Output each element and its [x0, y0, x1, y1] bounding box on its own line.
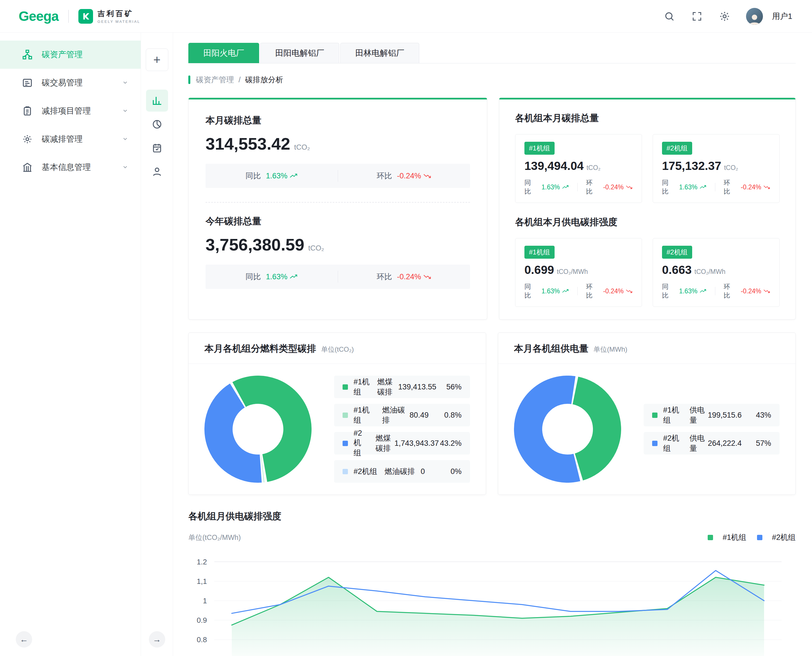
intensity-line-chart: 1.21,110.90.8123456789101112 [188, 544, 796, 656]
unit-summary-card: 各机组本月碳排总量 #1机组 139,494.04 tCO₂ 同比 1.63% [499, 98, 796, 320]
svg-text:1,1: 1,1 [197, 577, 207, 586]
intensity-line-section: 各机组月供电碳排强度 单位(tCO₂/MWh) #1机组 #2机组 [188, 510, 796, 656]
trend-down-icon [764, 185, 770, 189]
svg-text:1: 1 [203, 597, 207, 605]
divider [577, 287, 578, 295]
monthly-total-value: 314,553.42 tCO₂ [206, 134, 470, 153]
unit-intensity-title: 各机组本月供电碳排强度 [515, 216, 779, 229]
trend-down-icon [423, 274, 431, 279]
settings-gear-icon[interactable] [718, 10, 731, 23]
sidebar-item-label: 碳交易管理 [42, 77, 83, 88]
mom-stat: 环比 -0.24% [338, 272, 470, 282]
monthly-stat-strip: 同比 1.63% 环比 -0.24% [206, 164, 470, 188]
donut-row: 本月各机组分燃料类型碳排 单位(tCO₂) #1机组 燃煤碳排 139,413.… [188, 333, 796, 495]
svg-text:0.8: 0.8 [197, 636, 207, 644]
mom-stat: 环比 -0.24% [338, 171, 470, 181]
emission-total-card: 本月碳排总量 314,553.42 tCO₂ 同比 1.63% [188, 98, 487, 320]
legend-color-swatch [342, 384, 348, 390]
chevron-down-icon [122, 107, 128, 116]
sidebar-item-carbon-asset[interactable]: 碳资产管理 [0, 40, 141, 69]
geega-logo: Geega [19, 8, 59, 24]
logo-divider [68, 10, 69, 23]
sidebar-item-label: 减排项目管理 [42, 105, 91, 117]
rail-expand-button[interactable]: → [149, 631, 165, 648]
power-chart-title: 本月各机组供电量 [514, 342, 589, 355]
breadcrumb: 碳资产管理 / 碳排放分析 [188, 75, 796, 85]
username-label: 用户1 [772, 11, 792, 22]
unit2-total-subcard: #2机组 175,132.37 tCO₂ 同比 1.63% 环比 [653, 134, 779, 203]
sidebar-item-basic-info[interactable]: 基本信息管理 [0, 153, 141, 181]
fuel-chart-title: 本月各机组分燃料类型碳排 [205, 342, 316, 355]
trend-down-icon [764, 289, 770, 293]
sidebar-item-label: 碳减排管理 [42, 133, 83, 145]
rail-add-button[interactable]: + [146, 48, 168, 71]
rail-user-icon[interactable] [146, 161, 168, 183]
svg-text:0.9: 0.9 [197, 616, 207, 624]
carbon-asset-icon [22, 49, 33, 60]
unit-totals-grid: #1机组 139,494.04 tCO₂ 同比 1.63% 环比 [515, 134, 779, 203]
trend-up-icon [562, 289, 569, 293]
legend-color-swatch [342, 441, 348, 446]
legend-color-swatch [708, 535, 713, 540]
trend-down-icon [423, 173, 431, 178]
breadcrumb-parent[interactable]: 碳资产管理 [196, 75, 234, 85]
sidebar: 碳资产管理 碳交易管理 减排项目管理 [0, 33, 141, 656]
svg-text:1.2: 1.2 [197, 558, 207, 566]
trend-up-icon [562, 185, 569, 189]
tab-tianyang-aluminum-plant[interactable]: 田阳电解铝厂 [260, 43, 339, 63]
breadcrumb-accent-bar [188, 76, 190, 84]
geely-material-logo-text: 吉利百矿 GEELY MATERIAL [98, 9, 140, 24]
trend-up-icon [290, 173, 298, 178]
unit1-badge: #1机组 [524, 142, 555, 155]
dashed-divider [206, 202, 470, 203]
legend-color-swatch [652, 441, 657, 446]
unit2-badge: #2机组 [662, 246, 692, 259]
sidebar-item-carbon-reduction[interactable]: 碳减排管理 [0, 125, 141, 153]
header-brand-group: Geega 吉利百矿 GEELY MATERIAL [19, 8, 140, 24]
unit-intensity-grid: #1机组 0.699 tCO₂/MWh 同比 1.63% 环比 [515, 238, 779, 307]
legend-row: #2机组 供电量 264,222.4 57% [644, 432, 779, 455]
chevron-down-icon [122, 78, 128, 88]
main-content: 田阳火电厂 田阳电解铝厂 田林电解铝厂 碳资产管理 / 碳排放分析 本月碳排总量… [173, 33, 812, 656]
summary-row: 本月碳排总量 314,553.42 tCO₂ 同比 1.63% [188, 98, 796, 320]
trend-up-icon [700, 185, 707, 189]
line-chart-legend: #1机组 #2机组 [708, 532, 796, 542]
breadcrumb-current: 碳排放分析 [245, 75, 284, 85]
tab-tianlin-aluminum-plant[interactable]: 田林电解铝厂 [340, 43, 419, 63]
yoy-stat: 同比 1.63% [206, 171, 338, 181]
sidebar-collapse-button[interactable]: ← [16, 631, 32, 648]
sidebar-item-reduction-project[interactable]: 减排项目管理 [0, 97, 141, 125]
search-icon[interactable] [663, 10, 676, 23]
icon-rail: + → [141, 33, 173, 656]
unit2-badge: #2机组 [662, 142, 692, 155]
basic-info-icon [22, 162, 33, 173]
rail-bar-chart-icon[interactable] [146, 90, 168, 111]
chevron-down-icon [122, 135, 128, 144]
yearly-total-value: 3,756,380.59 tCO₂ [206, 235, 470, 254]
fuel-chart-unit: 单位(tCO₂) [321, 345, 354, 354]
monthly-total-title: 本月碳排总量 [206, 114, 470, 127]
trend-up-icon [290, 274, 298, 279]
unit1-intensity-subcard: #1机组 0.699 tCO₂/MWh 同比 1.63% 环比 [515, 238, 642, 307]
legend-color-swatch [652, 413, 657, 418]
rail-pie-chart-icon[interactable] [146, 113, 168, 135]
rail-calendar-icon[interactable] [146, 137, 168, 159]
header: Geega 吉利百矿 GEELY MATERIAL [0, 0, 812, 33]
breadcrumb-separator: / [239, 76, 241, 84]
power-chart-legend: #1机组 供电量 199,515.6 43% #2机组 供电量 264,222.… [644, 404, 779, 455]
legend-color-swatch [757, 535, 762, 540]
yoy-stat: 同比 1.63% [206, 272, 338, 282]
yearly-total-title: 今年碳排总量 [206, 215, 470, 228]
legend-row: #1机组 燃煤碳排 139,413.55 56% [334, 376, 470, 398]
sidebar-item-label: 基本信息管理 [42, 162, 91, 173]
app-root: Geega 吉利百矿 GEELY MATERIAL [0, 0, 812, 656]
legend-row: #1机组 供电量 199,515.6 43% [644, 404, 779, 426]
legend-row: #1机组 燃油碳排 80.49 0.8% [334, 404, 470, 426]
trend-down-icon [626, 185, 633, 189]
sidebar-item-carbon-trade[interactable]: 碳交易管理 [0, 69, 141, 97]
sidebar-item-label: 碳资产管理 [42, 49, 83, 60]
geely-material-logo: 吉利百矿 GEELY MATERIAL [78, 9, 140, 24]
tab-tianyang-power-plant[interactable]: 田阳火电厂 [188, 43, 259, 63]
fullscreen-icon[interactable] [691, 10, 703, 23]
user-avatar[interactable] [746, 8, 763, 25]
